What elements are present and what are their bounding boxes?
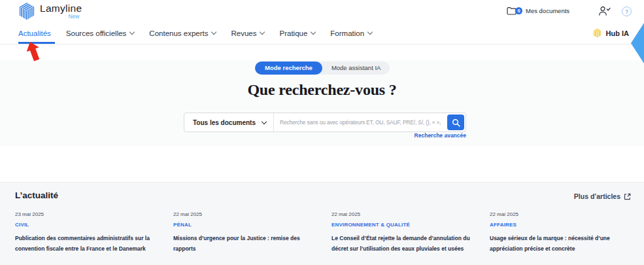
nav-item-formation[interactable]: Formation (330, 29, 372, 37)
search-hero-section: Mode recherche Mode assistant IA Que rec… (0, 60, 644, 146)
external-link-icon (624, 193, 631, 200)
search-button[interactable] (447, 115, 464, 130)
nav-item-actualites[interactable]: Actualités (18, 29, 51, 37)
search-mode-toggle: Mode recherche Mode assistant IA (255, 62, 390, 75)
nav-label: Revues (231, 29, 256, 37)
search-title: Que recherchez-vous ? (0, 81, 644, 99)
article-date: 23 mai 2025 (15, 211, 159, 217)
articles-row: 23 mai 2025 CIVIL Publication des commen… (15, 211, 631, 254)
article-date: 22 mai 2025 (490, 211, 631, 217)
hub-ia-cube-icon (592, 28, 602, 38)
article-title-link[interactable]: Usage sérieux de la marque : nécessité d… (490, 233, 631, 254)
more-articles-label: Plus d’articles (574, 192, 620, 200)
more-articles-link[interactable]: Plus d’articles (574, 192, 631, 200)
hub-ia-button[interactable]: Hub IA (592, 22, 629, 44)
article-card: 23 mai 2025 CIVIL Publication des commen… (15, 211, 159, 254)
article-title-link[interactable]: Missions d’urgence pour la Justice : rem… (173, 233, 317, 254)
brand-name: Lamyline (40, 3, 82, 14)
article-date: 22 mai 2025 (331, 211, 475, 217)
help-button[interactable]: ? (622, 7, 632, 16)
article-category[interactable]: ENVIRONNEMENT & QUALITÉ (331, 222, 475, 228)
article-title-link[interactable]: Le Conseil d’État rejette la demande d’a… (331, 233, 475, 254)
chevron-down-icon (262, 119, 267, 124)
chevron-down-icon (211, 29, 216, 35)
nav-label: Formation (330, 29, 364, 37)
search-bar: Tous les documents (184, 113, 466, 132)
chevron-down-icon (129, 29, 135, 35)
chevron-down-icon (311, 29, 316, 35)
chevron-down-icon (367, 29, 373, 35)
mes-documents-label: Mes documents (526, 7, 569, 14)
document-scope-select[interactable]: Tous les documents (184, 113, 274, 132)
nav-items: Actualités Sources officielles Contenus … (18, 22, 372, 44)
article-category[interactable]: PÉNAL (173, 222, 317, 228)
hub-ia-label: Hub IA (606, 29, 629, 37)
active-tab-underline (18, 42, 55, 44)
mode-assistant-ia-button[interactable]: Mode assistant IA (322, 62, 390, 75)
nav-label: Actualités (18, 29, 51, 37)
search-input[interactable] (274, 119, 447, 126)
nav-label: Pratique (279, 29, 307, 37)
nav-label: Sources officielles (66, 29, 126, 37)
lamyline-home-page: Lamyline New 0 Mes documents ? Actu (0, 0, 644, 265)
help-glyph: ? (625, 9, 628, 15)
nav-item-sources-officielles[interactable]: Sources officielles (66, 29, 134, 37)
brand-tagline: New (40, 13, 82, 20)
article-category[interactable]: CIVIL (15, 222, 159, 228)
user-account-button[interactable] (598, 6, 611, 19)
search-icon (452, 118, 460, 127)
nav-item-contenus-experts[interactable]: Contenus experts (149, 29, 216, 37)
nav-item-revues[interactable]: Revues (231, 29, 264, 37)
article-date: 22 mai 2025 (173, 211, 317, 217)
mes-documents-button[interactable]: 0 Mes documents (507, 7, 569, 15)
nav-label: Contenus experts (149, 29, 208, 37)
article-card: 22 mai 2025 AFFAIRES Usage sérieux de la… (490, 211, 631, 254)
user-check-icon (598, 6, 611, 16)
news-heading: L’actualité (15, 190, 58, 200)
news-section: L’actualité Plus d’articles 23 mai 2025 … (0, 182, 644, 265)
documents-count-badge: 0 (515, 7, 522, 14)
mode-recherche-button[interactable]: Mode recherche (255, 62, 322, 75)
lamyline-logo[interactable]: Lamyline New (18, 2, 82, 20)
main-navigation: Actualités Sources officielles Contenus … (0, 22, 644, 44)
advanced-search-link[interactable]: Recherche avancée (184, 132, 466, 139)
scope-selected-value: Tous les documents (193, 119, 256, 126)
top-header: Lamyline New 0 Mes documents ? (0, 0, 644, 23)
chevron-down-icon (260, 29, 265, 35)
article-title-link[interactable]: Publication des commentaires administrat… (15, 233, 159, 254)
lamyline-cube-icon (18, 2, 36, 20)
logo-text: Lamyline New (40, 3, 82, 20)
nav-item-pratique[interactable]: Pratique (279, 29, 315, 37)
article-card: 22 mai 2025 PÉNAL Missions d’urgence pou… (173, 211, 317, 254)
article-category[interactable]: AFFAIRES (490, 222, 631, 228)
article-card: 22 mai 2025 ENVIRONNEMENT & QUALITÉ Le C… (331, 211, 475, 254)
